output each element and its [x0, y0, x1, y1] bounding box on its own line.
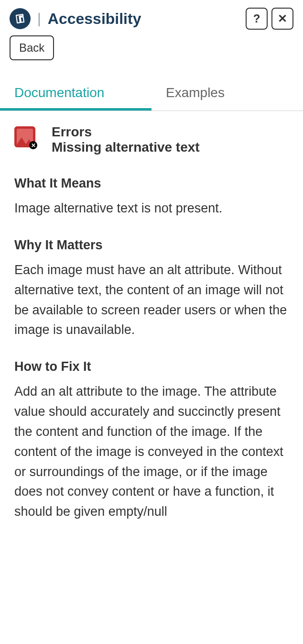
section-heading-how: How to Fix It: [14, 359, 289, 374]
tabs: Documentation Examples: [0, 80, 303, 111]
back-row: Back: [0, 35, 303, 67]
close-icon: ✕: [278, 12, 287, 25]
error-category: Errors: [52, 124, 200, 140]
section-heading-what: What It Means: [14, 176, 289, 191]
logo-glyph-icon: [14, 12, 26, 25]
error-badge-icon: ✕: [29, 141, 37, 149]
app-logo-icon: [10, 8, 31, 29]
header-left: | Accessibility: [10, 8, 141, 29]
error-image-icon: ✕: [14, 126, 35, 147]
help-button[interactable]: ?: [246, 8, 268, 30]
error-name: Missing alternative text: [52, 140, 200, 155]
close-button[interactable]: ✕: [271, 8, 293, 30]
panel-title: Accessibility: [48, 10, 141, 28]
question-icon: ?: [253, 12, 260, 25]
section-heading-why: Why It Matters: [14, 238, 289, 253]
header-right: ? ✕: [246, 8, 293, 30]
section-body-how: Add an alt attribute to the image. The a…: [14, 382, 289, 522]
error-header: ✕ Errors Missing alternative text: [14, 124, 289, 155]
section-body-why: Each image must have an alt attribute. W…: [14, 260, 289, 340]
section-body-what: Image alternative text is not present.: [14, 199, 289, 219]
header-divider: |: [37, 11, 41, 27]
error-titles: Errors Missing alternative text: [52, 124, 200, 155]
tab-examples[interactable]: Examples: [152, 80, 303, 111]
panel-header: | Accessibility ? ✕: [0, 0, 303, 35]
back-button[interactable]: Back: [10, 35, 54, 60]
content-area: ✕ Errors Missing alternative text What I…: [0, 111, 303, 522]
tab-documentation[interactable]: Documentation: [0, 80, 152, 111]
